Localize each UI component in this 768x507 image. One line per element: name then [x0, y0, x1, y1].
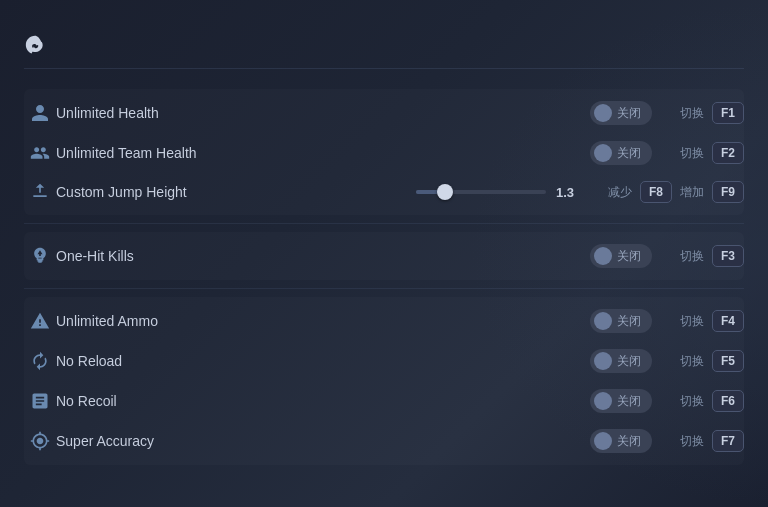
- toggle-circle: [594, 312, 612, 330]
- key-f4[interactable]: F4: [712, 310, 744, 332]
- ammo-icon: [24, 311, 56, 331]
- key-f2[interactable]: F2: [712, 142, 744, 164]
- cheat-name-super-accuracy: Super Accuracy: [56, 433, 590, 449]
- cheat-name-unlimited-ammo: Unlimited Ammo: [56, 313, 590, 329]
- slider-value: 1.3: [556, 185, 580, 200]
- ammo-group: Unlimited Ammo 关闭 切换 F4: [24, 297, 744, 465]
- key-label-toggle: 切换: [676, 145, 708, 162]
- accuracy-icon: [24, 431, 56, 451]
- key-label-toggle: 切换: [676, 433, 708, 450]
- toggle-super-accuracy[interactable]: 关闭: [590, 429, 652, 453]
- cheat-row-no-recoil: No Recoil 关闭 切换 F6: [24, 381, 744, 421]
- key-f3[interactable]: F3: [712, 245, 744, 267]
- toggle-circle: [594, 144, 612, 162]
- controls-custom-jump-height: 1.3 减少 F8 增加 F9: [416, 181, 744, 203]
- key-f5[interactable]: F5: [712, 350, 744, 372]
- controls-unlimited-team-health: 关闭 切换 F2: [590, 141, 744, 165]
- key-label-toggle: 切换: [676, 353, 708, 370]
- divider-1: [24, 223, 744, 224]
- recoil-icon: [24, 391, 56, 411]
- toggle-unlimited-team-health[interactable]: 关闭: [590, 141, 652, 165]
- key-buttons-custom-jump-height: 减少 F8 增加 F9: [604, 181, 744, 203]
- key-label-toggle: 切换: [676, 248, 708, 265]
- key-label-toggle: 切换: [676, 313, 708, 330]
- toggle-label: 关闭: [617, 105, 641, 122]
- toggle-circle: [594, 247, 612, 265]
- cheat-name-custom-jump-height: Custom Jump Height: [56, 184, 416, 200]
- toggle-unlimited-ammo[interactable]: 关闭: [590, 309, 652, 333]
- cheat-name-no-recoil: No Recoil: [56, 393, 590, 409]
- key-f7[interactable]: F7: [712, 430, 744, 452]
- person-icon: [24, 103, 56, 123]
- jump-icon: [24, 182, 56, 202]
- health-group: Unlimited Health 关闭 切换 F1: [24, 89, 744, 215]
- key-buttons-unlimited-health: 切换 F1: [676, 102, 744, 124]
- key-label-toggle: 切换: [676, 105, 708, 122]
- key-buttons-no-recoil: 切换 F6: [676, 390, 744, 412]
- controls-unlimited-health: 关闭 切换 F1: [590, 101, 744, 125]
- reload-icon: [24, 351, 56, 371]
- cheat-name-one-hit-kills: One-Hit Kills: [56, 248, 590, 264]
- cheats-list: Unlimited Health 关闭 切换 F1: [24, 89, 744, 465]
- controls-no-reload: 关闭 切换 F5: [590, 349, 744, 373]
- key-f1[interactable]: F1: [712, 102, 744, 124]
- steam-icon: [24, 34, 46, 56]
- key-label-increase: 增加: [676, 184, 708, 201]
- key-label-toggle: 切换: [676, 393, 708, 410]
- cheat-row-one-hit-kills: One-Hit Kills 关闭 切换 F3: [24, 236, 744, 276]
- cheat-row-unlimited-team-health: Unlimited Team Health 关闭 切换 F2: [24, 133, 744, 173]
- slider-track[interactable]: [416, 190, 546, 194]
- controls-no-recoil: 关闭 切换 F6: [590, 389, 744, 413]
- toggle-unlimited-health[interactable]: 关闭: [590, 101, 652, 125]
- key-buttons-unlimited-ammo: 切换 F4: [676, 310, 744, 332]
- controls-super-accuracy: 关闭 切换 F7: [590, 429, 744, 453]
- key-buttons-no-reload: 切换 F5: [676, 350, 744, 372]
- toggle-one-hit-kills[interactable]: 关闭: [590, 244, 652, 268]
- skull-icon: [24, 246, 56, 266]
- toggle-label: 关闭: [617, 313, 641, 330]
- toggle-label: 关闭: [617, 248, 641, 265]
- toggle-circle: [594, 104, 612, 122]
- controls-unlimited-ammo: 关闭 切换 F4: [590, 309, 744, 333]
- cheat-row-unlimited-ammo: Unlimited Ammo 关闭 切换 F4: [24, 301, 744, 341]
- cheat-row-no-reload: No Reload 关闭 切换 F5: [24, 341, 744, 381]
- cheat-row-unlimited-health: Unlimited Health 关闭 切换 F1: [24, 93, 744, 133]
- toggle-circle: [594, 392, 612, 410]
- key-label-decrease: 减少: [604, 184, 636, 201]
- key-f6[interactable]: F6: [712, 390, 744, 412]
- cheat-name-unlimited-health: Unlimited Health: [56, 105, 590, 121]
- toggle-no-reload[interactable]: 关闭: [590, 349, 652, 373]
- toggle-no-recoil[interactable]: 关闭: [590, 389, 652, 413]
- toggle-circle: [594, 352, 612, 370]
- cheat-name-unlimited-team-health: Unlimited Team Health: [56, 145, 590, 161]
- key-buttons-super-accuracy: 切换 F7: [676, 430, 744, 452]
- toggle-label: 关闭: [617, 393, 641, 410]
- platform-row: [24, 34, 744, 69]
- controls-one-hit-kills: 关闭 切换 F3: [590, 244, 744, 268]
- key-buttons-one-hit-kills: 切换 F3: [676, 245, 744, 267]
- slider-custom-jump-height: 1.3: [416, 185, 580, 200]
- toggle-label: 关闭: [617, 353, 641, 370]
- slider-thumb[interactable]: [437, 184, 453, 200]
- cheat-name-no-reload: No Reload: [56, 353, 590, 369]
- key-buttons-unlimited-team-health: 切换 F2: [676, 142, 744, 164]
- group-icon: [24, 143, 56, 163]
- toggle-label: 关闭: [617, 433, 641, 450]
- cheat-row-custom-jump-height: Custom Jump Height 1.3 减少 F8 增加 F9: [24, 173, 744, 211]
- toggle-circle: [594, 432, 612, 450]
- cheat-row-super-accuracy: Super Accuracy 关闭 切换 F7: [24, 421, 744, 461]
- toggle-label: 关闭: [617, 145, 641, 162]
- key-f8[interactable]: F8: [640, 181, 672, 203]
- key-f9[interactable]: F9: [712, 181, 744, 203]
- divider-2: [24, 288, 744, 289]
- combat-group: One-Hit Kills 关闭 切换 F3: [24, 232, 744, 280]
